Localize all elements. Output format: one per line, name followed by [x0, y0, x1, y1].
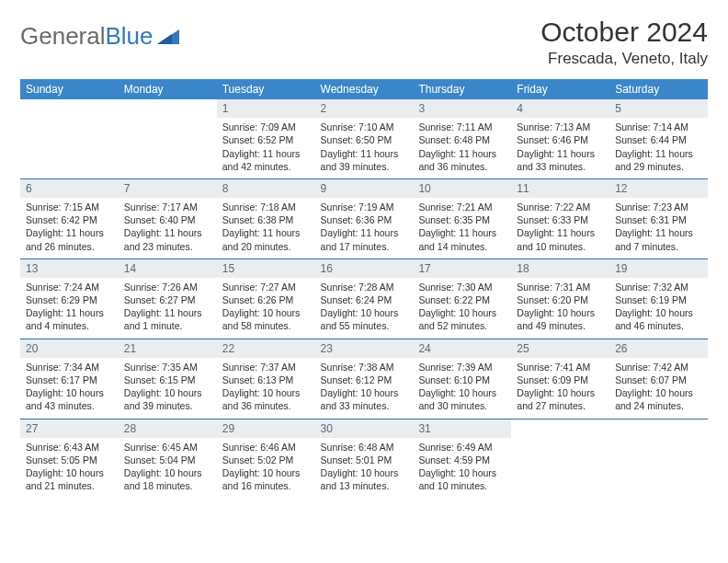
- day-body: Sunrise: 7:34 AMSunset: 6:17 PMDaylight:…: [20, 358, 119, 419]
- day-number: 31: [413, 419, 511, 438]
- daylight-text: Daylight: 10 hours and 18 minutes.: [124, 466, 211, 492]
- day-body: Sunrise: 7:38 AMSunset: 6:12 PMDaylight:…: [315, 358, 414, 419]
- day-number: 14: [119, 259, 217, 278]
- daylight-text: Daylight: 10 hours and 24 minutes.: [615, 386, 702, 412]
- week-row: 1Sunrise: 7:09 AMSunset: 6:52 PMDaylight…: [20, 99, 708, 178]
- daylight-text: Daylight: 10 hours and 33 minutes.: [321, 386, 408, 412]
- day-cell: 16Sunrise: 7:28 AMSunset: 6:24 PMDayligh…: [315, 259, 414, 339]
- day-number: 30: [315, 419, 414, 438]
- sunset-text: Sunset: 6:48 PM: [418, 133, 506, 146]
- day-cell: [609, 419, 708, 499]
- daylight-text: Daylight: 11 hours and 33 minutes.: [517, 147, 604, 173]
- day-number: 10: [413, 179, 511, 198]
- sunset-text: Sunset: 6:24 PM: [321, 293, 408, 306]
- daylight-text: Daylight: 10 hours and 52 minutes.: [418, 306, 506, 332]
- day-body: Sunrise: 7:37 AMSunset: 6:13 PMDaylight:…: [217, 358, 315, 419]
- sunset-text: Sunset: 4:59 PM: [418, 454, 506, 466]
- daylight-text: Daylight: 10 hours and 16 minutes.: [222, 466, 310, 492]
- logo: GeneralBlue: [20, 17, 181, 51]
- day-body: Sunrise: 7:31 AMSunset: 6:20 PMDaylight:…: [511, 278, 609, 339]
- sunrise-text: Sunrise: 7:39 AM: [418, 361, 506, 373]
- sunrise-text: Sunrise: 7:30 AM: [418, 281, 506, 293]
- day-body: Sunrise: 7:41 AMSunset: 6:09 PMDaylight:…: [511, 358, 609, 419]
- month-title: October 2024: [540, 17, 708, 48]
- sunset-text: Sunset: 6:33 PM: [517, 213, 604, 226]
- day-body: Sunrise: 7:17 AMSunset: 6:40 PMDaylight:…: [119, 198, 217, 259]
- day-header-row: SundayMondayTuesdayWednesdayThursdayFrid…: [20, 79, 708, 99]
- day-body: Sunrise: 6:45 AMSunset: 5:04 PMDaylight:…: [119, 438, 217, 499]
- sunrise-text: Sunrise: 7:19 AM: [321, 201, 408, 213]
- day-body: Sunrise: 7:26 AMSunset: 6:27 PMDaylight:…: [119, 278, 217, 339]
- daylight-text: Daylight: 11 hours and 10 minutes.: [517, 226, 604, 252]
- sunrise-text: Sunrise: 7:15 AM: [26, 201, 113, 213]
- day-body: Sunrise: 7:23 AMSunset: 6:31 PMDaylight:…: [609, 198, 708, 259]
- daylight-text: Daylight: 11 hours and 23 minutes.: [124, 226, 211, 252]
- sunrise-text: Sunrise: 7:41 AM: [517, 361, 604, 373]
- sunrise-text: Sunrise: 7:21 AM: [418, 201, 506, 213]
- sunrise-text: Sunrise: 6:43 AM: [26, 441, 113, 454]
- day-cell: 30Sunrise: 6:48 AMSunset: 5:01 PMDayligh…: [315, 419, 414, 499]
- day-cell: [119, 99, 217, 178]
- day-number: 19: [609, 259, 708, 278]
- daylight-text: Daylight: 10 hours and 58 minutes.: [222, 306, 310, 332]
- day-number: 11: [511, 179, 609, 198]
- day-number: 4: [511, 99, 609, 118]
- day-number: 28: [119, 419, 217, 438]
- daylight-text: Daylight: 11 hours and 39 minutes.: [321, 147, 408, 173]
- sunrise-text: Sunrise: 7:22 AM: [517, 201, 604, 213]
- day-number: 25: [511, 339, 609, 358]
- sunset-text: Sunset: 6:22 PM: [418, 293, 506, 306]
- day-header-cell: Thursday: [413, 79, 511, 99]
- sunrise-text: Sunrise: 7:17 AM: [124, 201, 211, 213]
- week-row: 20Sunrise: 7:34 AMSunset: 6:17 PMDayligh…: [20, 339, 708, 419]
- sunset-text: Sunset: 6:38 PM: [222, 213, 310, 226]
- sunset-text: Sunset: 6:07 PM: [615, 373, 702, 386]
- sunset-text: Sunset: 6:40 PM: [124, 213, 211, 226]
- title-block: October 2024 Frescada, Veneto, Italy: [540, 17, 708, 68]
- day-header-cell: Tuesday: [217, 79, 315, 99]
- daylight-text: Daylight: 11 hours and 26 minutes.: [26, 226, 113, 252]
- day-number: 27: [20, 419, 119, 438]
- sunset-text: Sunset: 6:19 PM: [615, 293, 702, 306]
- sunset-text: Sunset: 6:12 PM: [321, 373, 408, 386]
- day-cell: 11Sunrise: 7:22 AMSunset: 6:33 PMDayligh…: [511, 179, 609, 259]
- day-number: 6: [20, 179, 119, 198]
- svg-marker-1: [157, 34, 172, 44]
- sunset-text: Sunset: 6:46 PM: [517, 133, 604, 146]
- sunset-text: Sunset: 5:02 PM: [222, 454, 310, 466]
- calendar: SundayMondayTuesdayWednesdayThursdayFrid…: [20, 79, 708, 498]
- day-body: Sunrise: 7:30 AMSunset: 6:22 PMDaylight:…: [413, 278, 511, 339]
- day-number: 29: [217, 419, 315, 438]
- day-cell: [511, 419, 609, 499]
- sunset-text: Sunset: 6:36 PM: [321, 213, 408, 226]
- day-body: Sunrise: 6:46 AMSunset: 5:02 PMDaylight:…: [217, 438, 315, 499]
- location: Frescada, Veneto, Italy: [540, 50, 708, 68]
- sunset-text: Sunset: 6:29 PM: [26, 293, 113, 306]
- sunset-text: Sunset: 6:35 PM: [418, 213, 506, 226]
- day-number: 22: [217, 339, 315, 358]
- day-number: 1: [217, 99, 315, 118]
- day-cell: 3Sunrise: 7:11 AMSunset: 6:48 PMDaylight…: [413, 99, 511, 178]
- daylight-text: Daylight: 10 hours and 46 minutes.: [615, 306, 702, 332]
- sunrise-text: Sunrise: 6:49 AM: [418, 441, 506, 454]
- day-number: 3: [413, 99, 511, 118]
- day-body: Sunrise: 7:10 AMSunset: 6:50 PMDaylight:…: [315, 118, 414, 178]
- sunrise-text: Sunrise: 7:18 AM: [222, 201, 310, 213]
- daylight-text: Daylight: 10 hours and 10 minutes.: [418, 466, 506, 492]
- sunset-text: Sunset: 6:13 PM: [222, 373, 310, 386]
- day-body: Sunrise: 7:32 AMSunset: 6:19 PMDaylight:…: [609, 278, 708, 339]
- day-cell: 7Sunrise: 7:17 AMSunset: 6:40 PMDaylight…: [119, 179, 217, 259]
- day-cell: [20, 99, 119, 178]
- day-number: 21: [119, 339, 217, 358]
- sunrise-text: Sunrise: 7:28 AM: [321, 281, 408, 293]
- day-body: Sunrise: 7:42 AMSunset: 6:07 PMDaylight:…: [609, 358, 708, 419]
- logo-text: GeneralBlue: [20, 22, 154, 51]
- day-cell: 4Sunrise: 7:13 AMSunset: 6:46 PMDaylight…: [511, 99, 609, 178]
- sunset-text: Sunset: 5:04 PM: [124, 454, 211, 466]
- day-number: 24: [413, 339, 511, 358]
- day-cell: 24Sunrise: 7:39 AMSunset: 6:10 PMDayligh…: [413, 339, 511, 419]
- sunset-text: Sunset: 5:05 PM: [26, 454, 113, 466]
- day-cell: 26Sunrise: 7:42 AMSunset: 6:07 PMDayligh…: [609, 339, 708, 419]
- sunset-text: Sunset: 6:27 PM: [124, 293, 211, 306]
- day-cell: 25Sunrise: 7:41 AMSunset: 6:09 PMDayligh…: [511, 339, 609, 419]
